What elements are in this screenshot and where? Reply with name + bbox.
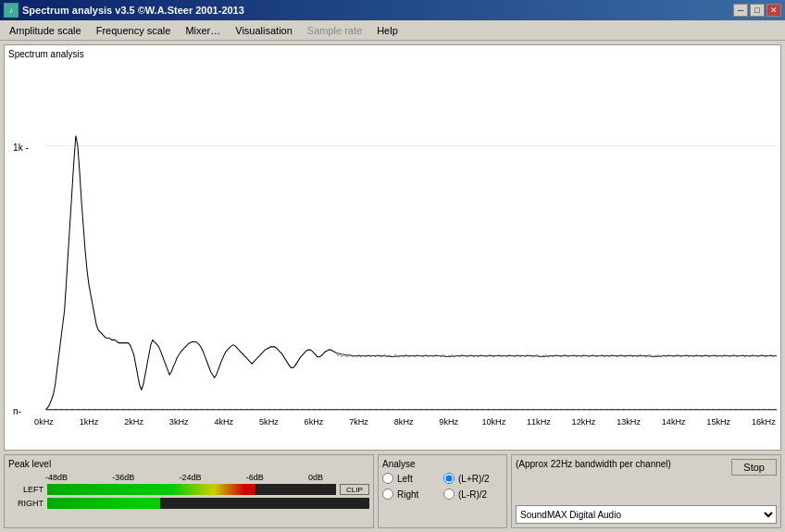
svg-text:n-: n- <box>13 406 21 416</box>
left-radio[interactable] <box>382 473 393 484</box>
menu-item-visualisation[interactable]: Visualisation <box>228 23 300 38</box>
left-channel-row: LEFT CLIP <box>8 484 369 495</box>
svg-text:1kHz: 1kHz <box>80 416 99 427</box>
lplusr-radio[interactable] <box>443 473 455 484</box>
app-icon: ♪ <box>4 3 19 18</box>
svg-text:1k -: 1k - <box>13 142 29 153</box>
svg-text:11kHz: 11kHz <box>527 416 551 427</box>
lplusr-radio-row: (L+R)/2 <box>443 473 503 484</box>
svg-text:10kHz: 10kHz <box>481 416 505 427</box>
right-radio[interactable] <box>382 489 393 500</box>
svg-text:3kHz: 3kHz <box>169 416 189 427</box>
svg-text:7kHz: 7kHz <box>349 416 368 427</box>
lminusr-radio-label: (L-R)/2 <box>458 489 487 500</box>
db-label-36: -36dB <box>112 473 134 482</box>
db-label-0: 0dB <box>308 473 323 482</box>
peak-level-labels: -48dB -36dB -24dB -6dB 0dB <box>8 473 369 482</box>
left-channel-label: LEFT <box>8 485 44 494</box>
svg-text:5kHz: 5kHz <box>259 416 279 427</box>
device-stop-box: (Approx 22Hz bandwidth per channel) Stop… <box>511 454 781 528</box>
clip-button[interactable]: CLIP <box>340 484 369 495</box>
right-radio-label: Right <box>397 489 425 500</box>
analyse-title: Analyse <box>382 459 503 469</box>
main-container: Spectrum analysis 1k - n- <box>0 41 785 532</box>
svg-text:2kHz: 2kHz <box>124 416 143 427</box>
svg-text:14kHz: 14kHz <box>662 416 686 427</box>
stop-button[interactable]: Stop <box>731 459 777 476</box>
svg-text:4kHz: 4kHz <box>214 416 233 427</box>
lminusr-radio-row: (L-R)/2 <box>443 489 503 500</box>
left-radio-label: Left <box>397 474 425 484</box>
svg-rect-0 <box>8 61 777 439</box>
menu-item-help[interactable]: Help <box>369 23 405 38</box>
minimize-button[interactable]: ─ <box>733 4 748 17</box>
title-text: Spectrum analysis v3.5 ©W.A.Steer 2001-2… <box>22 5 244 16</box>
svg-text:12kHz: 12kHz <box>572 416 596 427</box>
svg-text:16kHz: 16kHz <box>752 416 776 427</box>
spectrum-title: Spectrum analysis <box>8 49 777 59</box>
peak-level-title: Peak level <box>8 459 369 469</box>
right-radio-row: Right <box>382 489 442 500</box>
menu-item-sample-rate: Sample rate <box>300 23 369 38</box>
svg-text:9kHz: 9kHz <box>439 416 458 427</box>
db-label-24: -24dB <box>180 473 202 482</box>
right-channel-row: RIGHT <box>8 498 369 509</box>
db-label-48: -48dB <box>45 473 68 482</box>
right-level-bar <box>47 498 369 509</box>
right-channel-label: RIGHT <box>8 499 44 508</box>
left-level-fill <box>47 484 255 495</box>
title-bar-left: ♪ Spectrum analysis v3.5 ©W.A.Steer 2001… <box>4 3 244 18</box>
menu-item-amplitude-scale[interactable]: Amplitude scale <box>2 23 89 38</box>
restore-button[interactable]: □ <box>750 4 765 17</box>
menu-item-mixer[interactable]: Mixer… <box>178 23 228 38</box>
lplusr-radio-label: (L+R)/2 <box>458 474 490 484</box>
approx-label: (Approx 22Hz bandwidth per channel) <box>516 459 671 469</box>
left-radio-row: Left <box>382 473 442 484</box>
spectrum-canvas-area: 1k - n- <box>8 61 777 439</box>
spectrum-svg: 1k - n- <box>8 61 777 439</box>
right-level-fill <box>47 498 160 509</box>
svg-text:8kHz: 8kHz <box>394 416 414 427</box>
svg-text:15kHz: 15kHz <box>706 416 730 427</box>
close-button[interactable]: ✕ <box>766 4 781 17</box>
peak-level-box: Peak level -48dB -36dB -24dB -6dB 0dB LE… <box>4 454 374 528</box>
menu-item-frequency-scale[interactable]: Frequency scale <box>89 23 179 38</box>
svg-text:13kHz: 13kHz <box>617 416 641 427</box>
spectrum-panel: Spectrum analysis 1k - n- <box>4 44 781 451</box>
title-bar: ♪ Spectrum analysis v3.5 ©W.A.Steer 2001… <box>0 0 785 20</box>
db-label-6: -6dB <box>246 473 264 482</box>
window-controls: ─ □ ✕ <box>733 4 781 17</box>
left-level-bar <box>47 484 336 495</box>
svg-text:0kHz: 0kHz <box>34 416 54 427</box>
device-stop-top: (Approx 22Hz bandwidth per channel) Stop <box>516 459 777 473</box>
lminusr-radio[interactable] <box>443 489 455 500</box>
bottom-panel: Peak level -48dB -36dB -24dB -6dB 0dB LE… <box>4 454 781 528</box>
menu-bar: Amplitude scaleFrequency scaleMixer…Visu… <box>0 20 785 41</box>
svg-text:6kHz: 6kHz <box>305 416 324 427</box>
analyse-box: Analyse Left (L+R)/2 Right (L-R)/2 <box>378 454 507 528</box>
device-select[interactable]: SoundMAX Digital Audio <box>516 505 777 524</box>
